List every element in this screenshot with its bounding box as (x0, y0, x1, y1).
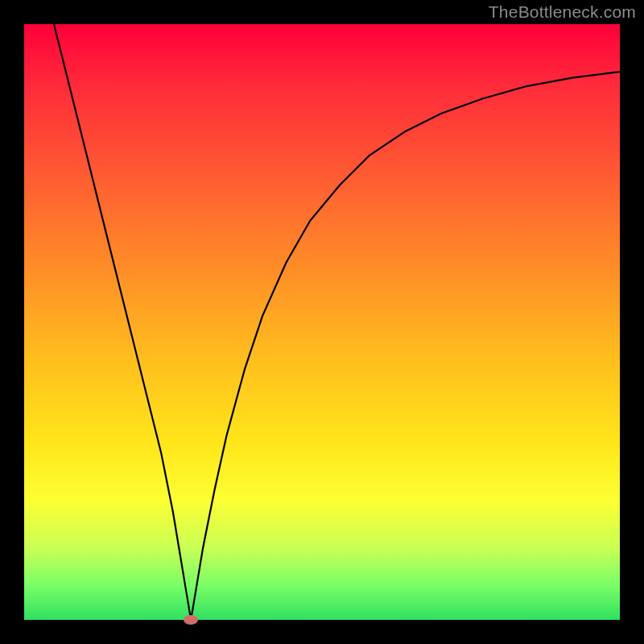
minimum-marker (184, 615, 198, 625)
bottleneck-curve (24, 24, 620, 620)
chart-frame: TheBottleneck.com (0, 0, 644, 644)
watermark-text: TheBottleneck.com (489, 2, 636, 22)
plot-area (24, 24, 620, 620)
